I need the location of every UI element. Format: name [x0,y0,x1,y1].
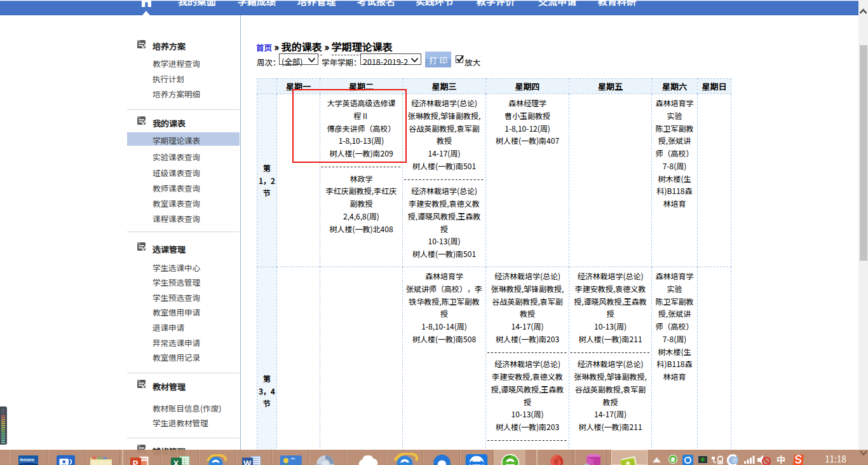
svg-text:X: X [173,459,179,465]
svg-text:P: P [133,459,139,465]
svg-text:W: W [243,459,252,465]
